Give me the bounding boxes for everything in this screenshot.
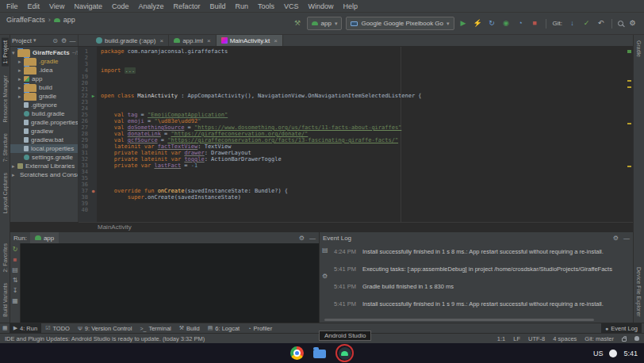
tree-item[interactable]: local.properties <box>10 144 78 153</box>
project-tree-panel[interactable]: ▾ GiraffeFacts ~/StudioProjects/GiraffeF… <box>10 47 79 222</box>
clock[interactable]: 5:41 <box>623 350 638 357</box>
toolwindow-logcat[interactable]: ▤ 6: Logcat <box>204 323 243 334</box>
tab-build-gradle[interactable]: build.gradle (:app) × <box>91 35 169 46</box>
event-log-list[interactable]: 4:24 PMInstall successfully finished in … <box>320 243 633 323</box>
toolwindow-version-control[interactable]: Ψ 9: Version Control <box>74 323 136 334</box>
toolwindow-profiler[interactable]: ◔ Profiler <box>243 323 276 334</box>
tab-app-iml[interactable]: app.iml × <box>169 35 216 46</box>
debug-button[interactable]: ◉ <box>501 18 512 29</box>
apply-code-changes-button[interactable]: ↻ <box>487 18 497 29</box>
status-widget[interactable]: LF <box>513 335 520 342</box>
expand-arrow-icon[interactable]: ▸ <box>12 163 17 170</box>
horizontal-scrollbar[interactable] <box>324 319 594 321</box>
expand-arrow-icon[interactable]: ▸ <box>18 85 24 91</box>
tree-item[interactable]: ▸ gradle <box>10 92 78 101</box>
toolwindow-terminal[interactable]: >_ Terminal <box>136 323 174 334</box>
code-line[interactable]: 4import ... <box>79 67 633 74</box>
run-console[interactable]: ↻■▤⇅↧▦ <box>10 243 319 323</box>
stop-icon[interactable]: ■ <box>13 256 17 263</box>
status-widget[interactable]: UTF-8 <box>528 335 545 342</box>
gutter-marker-icon[interactable]: ● <box>90 188 97 194</box>
stop-button[interactable]: ■ <box>530 18 540 29</box>
console-list-icon[interactable]: ▤ <box>12 266 18 273</box>
menu-item[interactable]: Analyze <box>133 2 168 10</box>
menu-item[interactable]: VCS <box>279 2 304 10</box>
toolwindow-todo[interactable]: ☑ TODO <box>41 323 74 334</box>
tree-item[interactable]: gradlew <box>10 127 78 136</box>
device-select[interactable]: Google Google Pixelbook Go ▾ <box>346 17 454 30</box>
code-line[interactable]: 30 lateinit var factTextView: TextView <box>79 143 633 150</box>
menu-item[interactable]: File <box>2 2 23 10</box>
toolwindow-event-log[interactable]: ● Event Log <box>601 323 642 334</box>
stripe-structure[interactable]: 7: Structure <box>2 131 9 164</box>
breadcrumb-project[interactable]: GiraffeFacts <box>6 16 45 24</box>
close-icon[interactable]: × <box>207 37 211 44</box>
stripe-gradle[interactable]: Gradle <box>635 38 642 59</box>
tree-item[interactable]: ▸ .gradle <box>10 57 78 66</box>
keyboard-layout[interactable]: US <box>593 350 604 357</box>
expand-arrow-icon[interactable]: ▸ <box>12 172 17 178</box>
tree-item[interactable]: ▸ app <box>10 75 78 83</box>
code-line[interactable]: 3 <box>79 61 633 67</box>
android-studio-icon[interactable] <box>339 347 351 360</box>
console-grid-icon[interactable]: ▦ <box>12 297 18 304</box>
hide-panel-icon[interactable]: — <box>309 235 316 242</box>
code-line[interactable]: 39 <box>79 201 633 207</box>
git-rollback-button[interactable]: ↶ <box>596 18 606 29</box>
code-line[interactable]: 20 <box>79 80 633 86</box>
settings-gear-icon[interactable]: ⚙ <box>627 18 638 29</box>
stripe-layout-captures[interactable]: Layout Captures <box>2 170 9 216</box>
lock-icon[interactable] <box>622 338 627 342</box>
code-line[interactable]: 19 <box>79 74 633 80</box>
scroll-up-down-icon[interactable]: ⇅ <box>13 277 18 284</box>
menu-item[interactable]: Code <box>107 2 134 10</box>
run-button[interactable]: ▶ <box>458 18 469 29</box>
status-circle-icon[interactable] <box>609 350 617 357</box>
panel-settings-icon[interactable]: ⚙ <box>60 37 67 44</box>
tree-item[interactable]: ▸ build <box>10 83 78 92</box>
tree-item[interactable]: ▸ External Libraries <box>10 162 78 170</box>
expand-arrow-icon[interactable]: ▸ <box>18 94 24 100</box>
apply-changes-button[interactable]: ⚡ <box>473 18 483 29</box>
notifications-bell-icon[interactable] <box>634 336 639 341</box>
project-view-select[interactable]: Project <box>12 37 32 44</box>
code-line[interactable]: 37● override fun onCreate(savedInstanceS… <box>79 188 633 194</box>
expand-arrow-icon[interactable]: ▸ <box>18 67 24 74</box>
chrome-icon[interactable] <box>290 346 304 360</box>
hide-panel-icon[interactable]: — <box>69 37 76 44</box>
code-line[interactable]: 28 val donateLink = "https://giraffecons… <box>79 131 633 137</box>
menu-item[interactable]: Navigate <box>69 2 107 10</box>
code-line[interactable]: 31 private lateinit var drawer: DrawerLa… <box>79 150 633 156</box>
code-line[interactable]: 36 <box>79 182 633 188</box>
breadcrumb-class[interactable]: MainActivity <box>98 224 132 231</box>
rerun-icon[interactable]: ↻ <box>13 246 18 253</box>
tree-item[interactable]: settings.gradle <box>10 153 78 162</box>
locate-file-icon[interactable]: ⊙ <box>52 37 59 44</box>
panel-settings-icon[interactable]: ⚙ <box>613 235 619 242</box>
code-line[interactable]: 38 super.onCreate(savedInstanceState) <box>79 194 633 201</box>
tree-item[interactable]: ▾ GiraffeFacts ~/StudioProjects/GiraffeF… <box>10 48 78 57</box>
search-everywhere-icon[interactable] <box>618 21 623 26</box>
hide-panel-icon[interactable]: — <box>623 235 630 242</box>
expand-arrow-icon[interactable]: ▾ <box>12 50 17 56</box>
files-icon[interactable] <box>313 350 326 358</box>
toolwindow-run[interactable]: ▶ 4: Run <box>10 323 42 334</box>
git-update-button[interactable]: ↓ <box>567 18 577 29</box>
stripe-resource-manager[interactable]: Resource Manager <box>2 73 9 125</box>
git-commit-button[interactable]: ✓ <box>581 18 592 29</box>
close-icon[interactable]: × <box>159 37 163 44</box>
menu-item[interactable]: Run <box>231 2 254 10</box>
tree-item[interactable]: ▸ Scratches and Consoles <box>10 170 78 179</box>
code-line[interactable]: 34 <box>79 169 633 175</box>
code-line[interactable]: 26 val emoji = "\ud83e\udd92" <box>79 118 633 124</box>
close-icon[interactable]: × <box>274 37 278 44</box>
inspection-indicator[interactable] <box>627 50 631 53</box>
code-editor[interactable]: 1package com.naranjaconsal.giraffefacts2… <box>79 47 633 222</box>
tree-item[interactable]: gradlew.bat <box>10 136 78 144</box>
stripe-device-file-explorer[interactable]: Device File Explorer <box>635 265 642 319</box>
code-line[interactable]: 35 <box>79 175 633 182</box>
panel-settings-icon[interactable]: ⚙ <box>299 235 305 242</box>
expand-arrow-icon[interactable]: ▸ <box>18 59 24 65</box>
code-line[interactable]: 32 private lateinit var toggle: ActionBa… <box>79 156 633 162</box>
window-switcher-icon[interactable]: ▦ <box>2 325 8 331</box>
